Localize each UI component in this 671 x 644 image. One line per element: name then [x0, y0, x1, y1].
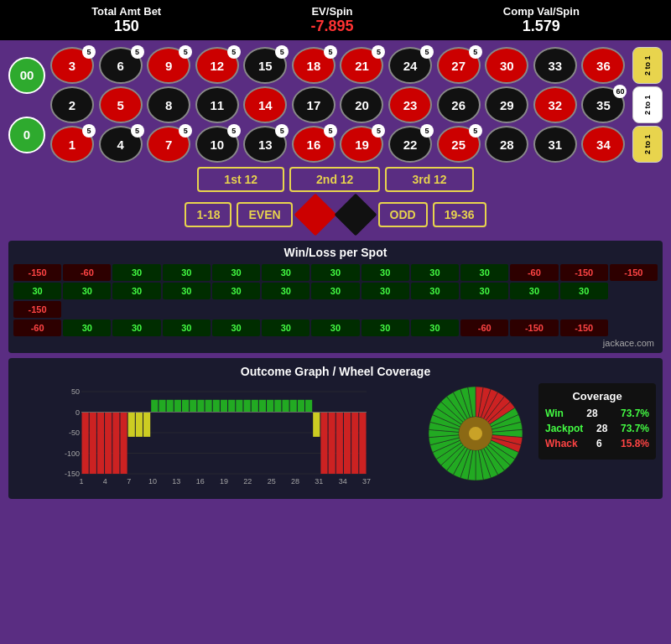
- side-2to1-mid[interactable]: 2 to 1: [632, 86, 663, 123]
- num-cell-10[interactable]: 105: [195, 126, 239, 163]
- coverage-win-pct: 73.7%: [621, 408, 649, 419]
- svg-text:16: 16: [196, 477, 205, 486]
- num-cell-16[interactable]: 165: [292, 126, 336, 163]
- bet-red[interactable]: [298, 197, 333, 232]
- side-2to1-top[interactable]: 2 to 1: [632, 47, 663, 84]
- chart-area: 500-50-100-15014710131619222528313437: [15, 383, 413, 492]
- num-cell-29[interactable]: 29: [485, 86, 528, 123]
- winloss-title: Win/Loss per Spot: [13, 246, 658, 259]
- num-cell-28[interactable]: 28: [485, 126, 528, 163]
- num-cell-8[interactable]: 8: [147, 86, 190, 123]
- num-cell-13[interactable]: 135: [243, 126, 287, 163]
- bet-badge-1: 5: [82, 124, 96, 138]
- num-cell-3[interactable]: 35: [50, 47, 94, 84]
- num-cell-26[interactable]: 26: [437, 86, 481, 123]
- num-cell-24[interactable]: 245: [388, 47, 432, 84]
- chart-bar-9: [151, 400, 158, 413]
- wl-cell: -150: [510, 319, 558, 336]
- bet-badge-19: 5: [372, 124, 385, 138]
- wheel-hub-inner: [469, 427, 482, 440]
- comp-val-col: Comp Val/Spin 1.579: [503, 5, 580, 35]
- dozen-1st[interactable]: 1st 12: [197, 167, 284, 192]
- num-cell-7[interactable]: 75: [147, 126, 190, 163]
- wl-cell: 30: [460, 264, 508, 281]
- chart-bar-18: [221, 400, 227, 413]
- bet-even[interactable]: EVEN: [237, 202, 292, 227]
- num-cell-27[interactable]: 275: [437, 47, 481, 84]
- num-cell-17[interactable]: 17: [292, 86, 336, 123]
- bet-badge-9: 5: [179, 45, 192, 59]
- bet-black[interactable]: [338, 197, 373, 232]
- chart-bar-23: [259, 400, 266, 413]
- wl-cell: [460, 301, 508, 318]
- num-cell-35[interactable]: 3560: [581, 86, 625, 123]
- bet-badge-6: 5: [131, 45, 144, 59]
- num-cell-32[interactable]: 32: [533, 86, 577, 123]
- total-amt-bet-label: Total Amt Bet: [91, 5, 161, 18]
- wl-cell: [311, 301, 359, 318]
- wl-cell: 30: [212, 264, 260, 281]
- wl-cell: 30: [311, 283, 359, 299]
- single-zero[interactable]: 0: [8, 117, 45, 153]
- num-cell-15[interactable]: 155: [243, 47, 287, 84]
- wl-cell: [212, 301, 260, 318]
- winloss-section: Win/Loss per Spot -150-60303030303030303…: [8, 241, 663, 353]
- svg-text:25: 25: [268, 477, 276, 486]
- num-cell-20[interactable]: 20: [340, 86, 383, 123]
- num-cell-34[interactable]: 34: [581, 126, 625, 163]
- num-cell-19[interactable]: 195: [340, 126, 383, 163]
- num-cell-21[interactable]: 215: [340, 47, 383, 84]
- num-cell-2[interactable]: 2: [50, 86, 94, 123]
- num-cell-31[interactable]: 31: [533, 126, 577, 163]
- num-cell-23[interactable]: 23: [388, 86, 432, 123]
- outcome-body: 500-50-100-15014710131619222528313437 Co…: [15, 383, 656, 492]
- num-cell-33[interactable]: 33: [533, 47, 577, 84]
- wl-cell: -60: [460, 319, 508, 336]
- wl-cell: -60: [510, 264, 558, 281]
- num-cell-6[interactable]: 65: [99, 47, 143, 84]
- num-cell-4[interactable]: 45: [99, 126, 143, 163]
- bet-badge-12: 5: [227, 45, 241, 59]
- chart-bar-8: [143, 413, 150, 437]
- wl-cell: 30: [163, 283, 211, 299]
- wheel-svg: [425, 383, 526, 484]
- zero-col: 00 0: [8, 47, 45, 163]
- num-cell-1[interactable]: 15: [50, 126, 94, 163]
- wl-cell: 30: [362, 283, 409, 299]
- num-cell-5[interactable]: 5: [99, 86, 143, 123]
- wl-cell: [262, 301, 309, 318]
- bet-1-18[interactable]: 1-18: [185, 202, 231, 227]
- chart-bar-24: [267, 400, 273, 413]
- svg-text:-150: -150: [65, 470, 80, 478]
- dozen-2nd[interactable]: 2nd 12: [289, 167, 380, 192]
- bet-badge-7: 5: [179, 124, 192, 138]
- wl-cell: [510, 301, 558, 318]
- coverage-win-row: Win 28 73.7%: [545, 408, 649, 419]
- chart-bar-5: [120, 413, 127, 475]
- num-cell-18[interactable]: 185: [292, 47, 336, 84]
- wl-cell: [610, 283, 658, 299]
- svg-text:31: 31: [315, 477, 323, 486]
- num-cell-30[interactable]: 30: [485, 47, 528, 84]
- num-cell-14[interactable]: 14: [243, 86, 287, 123]
- side-2to1-bot[interactable]: 2 to 1: [632, 126, 663, 163]
- svg-text:-100: -100: [65, 449, 80, 458]
- double-zero[interactable]: 00: [8, 57, 45, 94]
- wl-cell: 30: [13, 283, 61, 299]
- chart-bar-32: [329, 413, 336, 475]
- chart-bar-12: [174, 400, 181, 413]
- dozen-3rd[interactable]: 3rd 12: [385, 167, 473, 192]
- num-cell-12[interactable]: 125: [195, 47, 239, 84]
- num-cell-36[interactable]: 36: [581, 47, 625, 84]
- wl-cell: 30: [212, 319, 260, 336]
- num-cell-9[interactable]: 95: [147, 47, 190, 84]
- ev-spin-label: EV/Spin: [311, 5, 352, 18]
- num-cell-11[interactable]: 11: [195, 86, 239, 123]
- bet-odd[interactable]: ODD: [378, 202, 428, 227]
- bet-badge-25: 5: [469, 124, 482, 138]
- chart-bar-31: [320, 413, 327, 475]
- num-cell-22[interactable]: 225: [388, 126, 432, 163]
- num-cell-25[interactable]: 255: [437, 126, 481, 163]
- table-container: 00 0 35659512515518521524527530333625811…: [8, 47, 663, 163]
- bet-19-36[interactable]: 19-36: [433, 202, 486, 227]
